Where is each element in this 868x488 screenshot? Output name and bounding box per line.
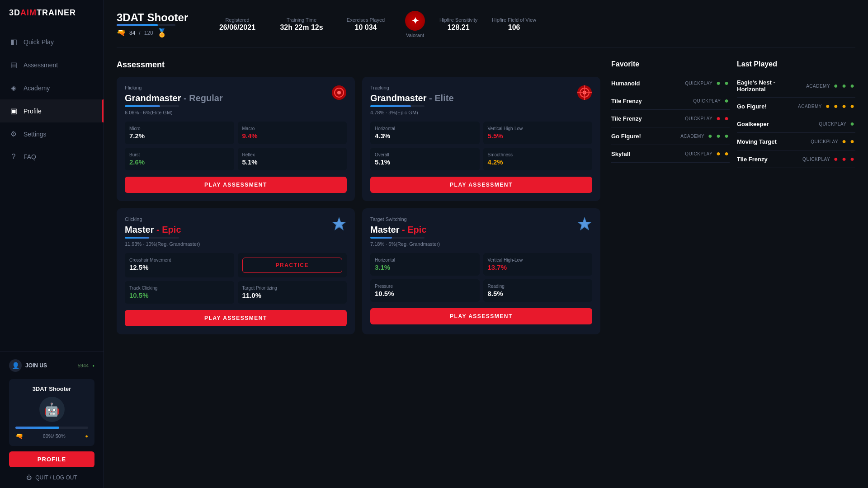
fav-tag: QUICKPLAY bbox=[685, 151, 712, 156]
main-content: 3DAT Shooter 🔫 84 / 120 🏅 Registered 26/… bbox=[104, 0, 868, 488]
exercises-label: Exercises Played bbox=[347, 17, 385, 23]
last-played-item-tile-frenzy[interactable]: Tile Frenzy QUICKPLAY ● ● ● bbox=[737, 150, 855, 168]
rank-name: Master bbox=[125, 225, 154, 235]
stat-pressure: Pressure 10.5% bbox=[370, 279, 480, 302]
assess-rank: Master - Epic bbox=[125, 225, 347, 235]
hipfire-fov-block: Hipfire Field of View 106 bbox=[492, 17, 536, 32]
sidebar-item-label: Profile bbox=[24, 108, 42, 115]
dots-icon: ● ● ● bbox=[708, 132, 730, 140]
fav-name: Tile Frenzy bbox=[611, 115, 681, 122]
rank-badge-icon: 🏅 bbox=[157, 28, 167, 38]
join-us-label: JOIN US bbox=[25, 362, 74, 369]
stat-value: 5.5% bbox=[488, 132, 588, 140]
level-max: / bbox=[139, 30, 140, 36]
sidebar-item-settings[interactable]: ⚙ Settings bbox=[0, 122, 104, 145]
stat-label: Vertical High-Low bbox=[488, 258, 588, 263]
sidebar-item-faq[interactable]: ? FAQ bbox=[0, 145, 104, 168]
play-assessment-button-target-switching[interactable]: PLAY ASSESSMENT bbox=[370, 308, 592, 324]
sidebar-item-academy[interactable]: ◈ Academy bbox=[0, 76, 104, 99]
last-name: Moving Target bbox=[737, 138, 807, 145]
play-assessment-button-clicking[interactable]: PLAY ASSESSMENT bbox=[125, 310, 347, 326]
assessment-card-clicking: Clicking Master - Epic 11.93% · 10%(Reg.… bbox=[117, 208, 355, 334]
last-played-item-go-figure[interactable]: Go Figure! ACADEMY ● ● ● ● bbox=[737, 98, 855, 115]
play-assessment-button-tracking[interactable]: PLAY ASSESSMENT bbox=[370, 177, 592, 193]
assess-subtitle: 7.18% · 6%(Reg. Grandmaster) bbox=[370, 241, 592, 247]
assess-progress-fill bbox=[370, 105, 411, 107]
hipfire-fov-label: Hipfire Field of View bbox=[492, 17, 536, 23]
assess-type: Flicking bbox=[125, 85, 347, 90]
favorite-item-humanoid[interactable]: Humanoid QUICKPLAY ● ● bbox=[611, 75, 730, 92]
favorite-item-tile-frenzy-2[interactable]: Tile Frenzy QUICKPLAY ● ● bbox=[611, 110, 730, 127]
profile-stats-row: 🔫 60%/ 50% ● bbox=[15, 432, 88, 440]
dots-icon: ● ● bbox=[716, 79, 730, 87]
sidebar-item-assessment[interactable]: ▤ Assessment bbox=[0, 53, 104, 76]
stat-horizontal: Horizontal 3.1% bbox=[370, 253, 480, 276]
last-played-item-eagles-nest[interactable]: Eagle's Nest - Horizontal ACADEMY ● ● ● bbox=[737, 75, 855, 98]
rank-name: Grandmaster bbox=[370, 93, 427, 103]
practice-button[interactable]: PRACTICE bbox=[242, 258, 343, 273]
training-label: Training Time bbox=[287, 17, 316, 23]
favorite-item-go-figure[interactable]: Go Figure! ACADEMY ● ● ● bbox=[611, 127, 730, 145]
stat-label: Micro bbox=[129, 126, 230, 131]
stat-label: Vertical High-Low bbox=[488, 126, 588, 131]
stat-macro: Macro 9.4% bbox=[238, 122, 347, 144]
stat-burst: Burst 2.6% bbox=[125, 148, 234, 170]
last-played-item-moving-target[interactable]: Moving Target QUICKPLAY ● ● bbox=[737, 133, 855, 150]
last-tag: ACADEMY bbox=[798, 104, 822, 109]
level-row: 🔫 84 / 120 🏅 bbox=[117, 28, 198, 38]
last-played-item-goalkeeper[interactable]: Goalkeeper QUICKPLAY ● bbox=[737, 115, 855, 133]
sidebar-item-label: Settings bbox=[24, 131, 47, 138]
join-us-count: 5944 bbox=[78, 363, 89, 368]
sidebar-item-label: FAQ bbox=[24, 153, 36, 160]
sidebar-item-profile[interactable]: ▣ Profile bbox=[0, 99, 104, 122]
rank-name: Grandmaster bbox=[125, 93, 181, 103]
right-panel: Favorite Humanoid QUICKPLAY ● ● Tile Fre… bbox=[611, 60, 855, 334]
profile-username: 3DAT Shooter bbox=[15, 385, 88, 392]
stat-value: 4.2% bbox=[488, 158, 588, 166]
assess-progress-bar bbox=[370, 105, 425, 107]
favorite-title: Favorite bbox=[611, 60, 730, 68]
stat-label: Reading bbox=[488, 284, 588, 289]
rank-tier: - Regular bbox=[184, 93, 223, 103]
assess-badge bbox=[576, 84, 593, 101]
stat-value: 9.4% bbox=[242, 132, 343, 140]
assess-type: Tracking bbox=[370, 85, 592, 90]
left-panel: Assessment Flicking Grandmaster - Regula… bbox=[117, 60, 600, 334]
level-bar-bg bbox=[117, 24, 175, 26]
stat-training-time: Training Time 32h 22m 12s bbox=[277, 17, 326, 32]
fav-tag: QUICKPLAY bbox=[693, 99, 721, 103]
hipfire-sensitivity-block: Hipfire Sensitivity 128.21 bbox=[439, 17, 477, 32]
hipfire-sens-value: 128.21 bbox=[448, 23, 470, 32]
hipfire-sens-label: Hipfire Sensitivity bbox=[439, 17, 477, 23]
sidebar-bottom: 👤 JOIN US 5944 ● 3DAT Shooter 🤖 🔫 60%/ 5… bbox=[0, 352, 104, 488]
favorite-column: Favorite Humanoid QUICKPLAY ● ● Tile Fre… bbox=[611, 60, 730, 168]
game-name: Valorant bbox=[406, 33, 424, 38]
favorite-item-skyfall[interactable]: Skyfall QUICKPLAY ● ● bbox=[611, 145, 730, 163]
sidebar-item-label: Assessment bbox=[24, 61, 58, 69]
sidebar: 3DAIMTRAINER ◧ Quick Play ▤ Assessment ◈… bbox=[0, 0, 104, 488]
level-shield-icon: 🔫 bbox=[117, 28, 126, 37]
quit-logout-button[interactable]: ⏻ QUIT / LOG OUT bbox=[9, 472, 94, 481]
stat-label: Burst bbox=[129, 152, 230, 157]
dots-icon: ● bbox=[850, 120, 855, 128]
logo: 3DAIMTRAINER bbox=[0, 0, 104, 26]
stat-value: 10.5% bbox=[375, 290, 475, 297]
assess-badge bbox=[330, 216, 348, 233]
play-assessment-button-flicking[interactable]: PLAY ASSESSMENT bbox=[125, 177, 347, 193]
favorite-item-tile-frenzy-1[interactable]: Tile Frenzy QUICKPLAY ● bbox=[611, 92, 730, 110]
stat-value: 7.2% bbox=[129, 132, 230, 140]
profile-header: 3DAT Shooter 🔫 84 / 120 🏅 Registered 26/… bbox=[117, 11, 855, 47]
dots-icon: ● ● bbox=[716, 114, 730, 122]
profile-button[interactable]: PROFILE bbox=[9, 451, 94, 467]
sidebar-item-quick-play[interactable]: ◧ Quick Play bbox=[0, 30, 104, 53]
faq-icon: ? bbox=[9, 153, 18, 161]
stat-vertical: Vertical High-Low 5.5% bbox=[483, 122, 593, 144]
avatar: 🤖 bbox=[39, 397, 65, 422]
assess-rank: Grandmaster - Regular bbox=[125, 93, 347, 103]
fav-last-grid: Favorite Humanoid QUICKPLAY ● ● Tile Fre… bbox=[611, 60, 855, 168]
last-tag: QUICKPLAY bbox=[819, 122, 846, 127]
rank-tier: - Epic bbox=[156, 225, 181, 235]
assess-badge bbox=[576, 216, 593, 233]
assess-subtitle: 6.06% · 6%(Elite GM) bbox=[125, 110, 347, 115]
last-name: Goalkeeper bbox=[737, 121, 815, 127]
